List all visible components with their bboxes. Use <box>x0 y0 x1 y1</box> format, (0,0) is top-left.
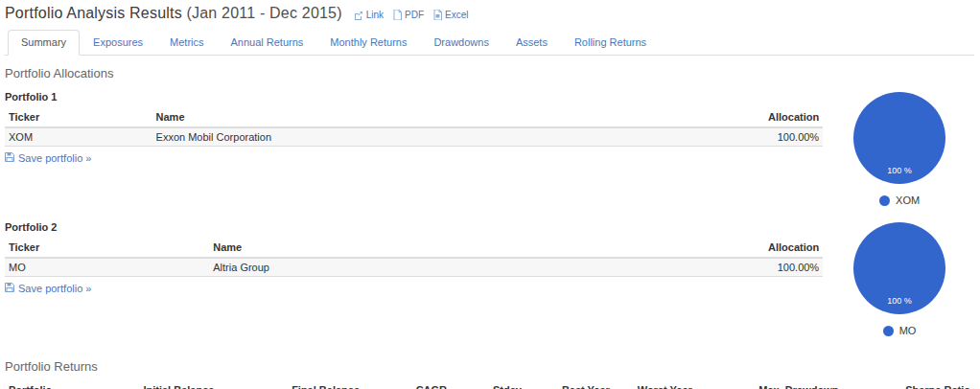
portfolio-analysis-page: Portfolio Analysis Results (Jan 2011 - D… <box>0 0 980 389</box>
sharpe-ratio-column-header: Sharpe Ratio <box>842 381 974 389</box>
tab-metrics[interactable]: Metrics <box>156 30 217 56</box>
save-icon <box>5 283 14 294</box>
tab-bar: Summary Exposures Metrics Annual Returns… <box>5 30 974 56</box>
pdf-button-label: PDF <box>405 10 424 20</box>
tab-monthly-returns[interactable]: Monthly Returns <box>316 30 420 56</box>
initial-balance-column-header: Initial Balance <box>130 381 218 389</box>
tab-rolling-returns[interactable]: Rolling Returns <box>561 30 660 56</box>
portfolio-1-label: Portfolio 1 <box>5 91 823 103</box>
pie-legend: XOM <box>879 194 920 206</box>
table-header-row: Portfolio Initial Balance Final Balance … <box>5 381 974 389</box>
cagr-column-header: CAGR <box>363 381 451 389</box>
pie-slice-label: 100 % <box>887 296 912 306</box>
name-cell: Altria Group <box>209 258 577 277</box>
final-balance-column-header: Final Balance <box>218 381 363 389</box>
legend-label: XOM <box>896 194 920 206</box>
allocation-column-header: Allocation <box>577 108 823 127</box>
page-header: Portfolio Analysis Results (Jan 2011 - D… <box>5 3 974 25</box>
pdf-file-icon <box>393 10 402 20</box>
ticker-column-header: Ticker <box>5 239 209 258</box>
legend-label: MO <box>899 325 917 336</box>
table-header-row: Ticker Name Allocation <box>5 239 823 258</box>
name-column-header: Name <box>209 239 577 258</box>
save-portfolio-2-link[interactable]: Save portfolio » <box>5 283 91 294</box>
stdev-column-header: Stdev <box>451 381 525 389</box>
ticker-cell: XOM <box>5 127 152 147</box>
excel-file-icon <box>433 10 442 20</box>
allocation-cell: 100.00% <box>577 258 823 277</box>
tab-summary[interactable]: Summary <box>8 30 80 56</box>
legend-dot-icon <box>883 326 894 336</box>
pie-chart-circle: 100 % <box>853 92 945 184</box>
tab-annual-returns[interactable]: Annual Returns <box>218 30 317 56</box>
allocation-column-header: Allocation <box>577 239 823 258</box>
save-portfolio-1-label: Save portfolio » <box>18 152 91 164</box>
pdf-button[interactable]: PDF <box>393 10 424 20</box>
portfolio-1-pie-chart: 100 % XOM <box>825 88 974 206</box>
export-links: Link PDF Excel <box>354 10 469 20</box>
worst-year-column-header: Worst Year <box>614 381 696 389</box>
save-portfolio-2-label: Save portfolio » <box>18 283 91 294</box>
allocation-cell: 100.00% <box>577 127 823 147</box>
allocations-section-title: Portfolio Allocations <box>5 66 974 80</box>
portfolio-1-block: Portfolio 1 Ticker Name Allocation XOM E… <box>5 88 974 218</box>
link-button[interactable]: Link <box>354 10 384 20</box>
tab-assets[interactable]: Assets <box>502 30 561 56</box>
portfolio-2-label: Portfolio 2 <box>5 221 823 233</box>
ticker-column-header: Ticker <box>5 108 152 127</box>
portfolio-2-allocation-table: Ticker Name Allocation MO Altria Group 1… <box>5 239 823 277</box>
portfolio-1-allocation-table: Ticker Name Allocation XOM Exxon Mobil C… <box>5 108 823 147</box>
save-icon <box>5 152 14 164</box>
portfolio-returns-table: Portfolio Initial Balance Final Balance … <box>5 381 974 389</box>
legend-dot-icon <box>879 195 890 206</box>
excel-button-label: Excel <box>445 10 468 20</box>
ticker-cell: MO <box>5 258 209 277</box>
page-title-text: Portfolio Analysis Results <box>5 5 182 21</box>
portfolio-2-pie-chart: 100 % MO <box>825 218 974 336</box>
max-drawdown-column-header: Max. Drawdown <box>696 381 843 389</box>
portfolio-2-block: Portfolio 2 Ticker Name Allocation MO Al… <box>5 218 974 349</box>
page-title: Portfolio Analysis Results (Jan 2011 - D… <box>5 5 342 22</box>
pie-legend: MO <box>883 325 917 336</box>
excel-button[interactable]: Excel <box>433 10 468 20</box>
table-row: XOM Exxon Mobil Corporation 100.00% <box>5 127 823 147</box>
returns-section-title: Portfolio Returns <box>5 359 974 374</box>
tab-drawdowns[interactable]: Drawdowns <box>420 30 502 56</box>
external-link-icon <box>354 11 363 20</box>
pie-slice-label: 100 % <box>887 166 912 175</box>
link-button-label: Link <box>366 10 384 20</box>
page-date-range: (Jan 2011 - Dec 2015) <box>187 5 342 21</box>
name-column-header: Name <box>152 108 578 127</box>
portfolio-returns-section: Portfolio Returns Portfolio Initial Bala… <box>5 359 974 389</box>
tab-exposures[interactable]: Exposures <box>80 30 156 56</box>
name-cell: Exxon Mobil Corporation <box>152 127 578 147</box>
portfolio-column-header: Portfolio <box>5 381 130 389</box>
best-year-column-header: Best Year <box>525 381 614 389</box>
save-portfolio-1-link[interactable]: Save portfolio » <box>5 152 91 164</box>
pie-chart-circle: 100 % <box>853 222 945 314</box>
table-row: MO Altria Group 100.00% <box>5 258 823 277</box>
table-header-row: Ticker Name Allocation <box>5 108 823 127</box>
